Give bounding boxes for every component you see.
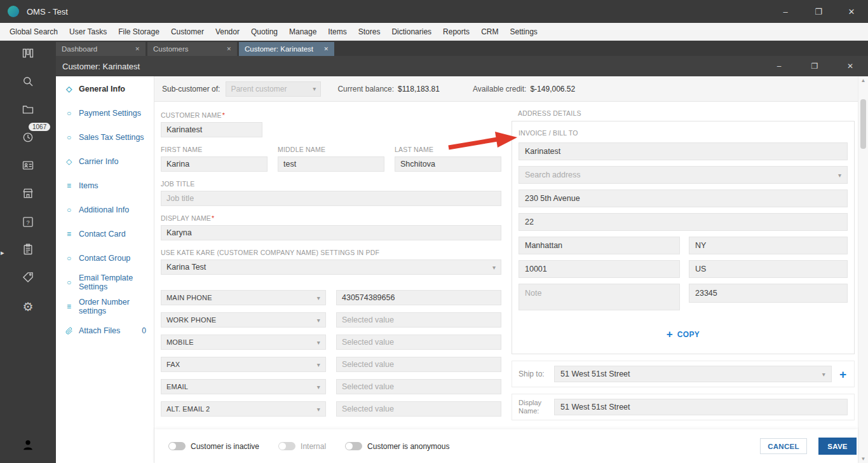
mobile-type-dropdown[interactable]: MOBILE ▾ [161,335,326,350]
scroll-down-icon[interactable]: ▼ [858,456,868,462]
alt-email-2-type-dropdown[interactable]: ALT. EMAIL 2 ▾ [161,401,326,417]
main-phone-type-dropdown[interactable]: MAIN PHONE ▾ [161,290,326,305]
extra-code-input[interactable]: 23345 [689,284,848,303]
apt-input[interactable]: 22 [519,213,848,231]
main-phone-input[interactable]: 430574389656 [336,290,501,305]
menu-reports[interactable]: Reports [437,27,475,36]
clock-icon [22,131,34,146]
section-nav: ◇ General Info ○ Payment Settings ○ Sale… [56,76,154,463]
zip-input[interactable]: 10001 [519,260,680,278]
nav-items[interactable]: ≡ Items [56,174,154,198]
middle-name-input[interactable]: test [278,156,384,172]
menu-file-storage[interactable]: File Storage [112,27,165,36]
vertical-scrollbar[interactable]: ▲ ▼ [858,76,868,463]
phone-row: MAIN PHONE ▾ 430574389656 [161,290,501,305]
state-input[interactable]: NY [689,237,848,254]
chevron-down-icon: ▾ [317,317,320,324]
street-input[interactable]: 230 5th Avenue [519,190,848,207]
nav-attach-files[interactable]: Attach Files 0 [56,319,154,343]
tab-close-icon[interactable]: ✕ [323,46,329,52]
work-phone-input[interactable]: Selected value [336,312,501,328]
first-name-input[interactable]: Karina [161,156,268,172]
sidebar-help-button[interactable]: ? [0,209,56,237]
menu-quoting[interactable]: Quoting [245,27,283,36]
display-name-input[interactable]: Karyna [161,225,501,240]
tab-close-icon[interactable]: ✕ [226,46,231,52]
diamond-icon: ◇ [65,85,73,93]
menu-dictionaries[interactable]: Dictionaries [386,27,437,36]
alt-email-2-input[interactable]: Selected value [336,401,501,417]
note-input[interactable]: Note [519,284,680,310]
ship-to-dropdown[interactable]: 51 West 51st Street ▾ [554,366,832,382]
search-address-dropdown[interactable]: Search address ▾ [519,166,848,184]
tab-customers[interactable]: Customers ✕ [147,42,237,56]
pdf-settings-dropdown[interactable]: Karina Test ▾ [161,259,501,275]
menu-manage[interactable]: Manage [283,27,322,36]
save-button[interactable]: SAVE [818,438,857,455]
menu-settings[interactable]: Settings [504,27,543,36]
scroll-up-icon[interactable]: ▲ [858,78,868,83]
nav-sales-tax-settings[interactable]: ○ Sales Tax Settings [56,125,154,149]
mobile-input[interactable]: Selected value [336,335,501,350]
menu-stores[interactable]: Stores [353,27,386,36]
phone-row: EMAIL ▾ Selected value [161,379,501,394]
sidebar-history-button[interactable]: 1067 [0,125,56,153]
dashboard-icon [22,47,34,62]
inner-restore-button[interactable]: ❐ [797,56,832,76]
fax-type-dropdown[interactable]: FAX ▾ [161,357,326,372]
menu-crm[interactable]: CRM [475,27,504,36]
customer-inactive-toggle[interactable] [168,442,186,450]
add-ship-to-button[interactable]: + [838,368,848,380]
nav-email-template-settings[interactable]: ○ Email Template Settings [56,270,154,294]
nav-carrier-info[interactable]: ◇ Carrier Info [56,149,154,174]
tab-customer-karinatest[interactable]: Customer: Karinatest ✕ [239,42,334,56]
email-input[interactable]: Selected value [336,379,501,394]
email-type-dropdown[interactable]: EMAIL ▾ [161,379,326,394]
sidebar-dashboard-button[interactable] [0,41,56,69]
nav-contact-group[interactable]: ○ Contact Group [56,246,154,270]
cancel-button[interactable]: CANCEL [760,438,807,454]
fax-input[interactable]: Selected value [336,357,501,372]
customer-name-input[interactable]: Karinatest [161,122,262,137]
menu-global-search[interactable]: Global Search [4,27,64,36]
inner-minimize-button[interactable]: – [761,56,797,76]
tab-close-icon[interactable]: ✕ [135,46,140,52]
ship-display-name-input[interactable]: 51 West 51st Street [554,399,848,415]
nav-general-info[interactable]: ◇ General Info [56,77,154,101]
chevron-down-icon: ▾ [838,172,841,179]
job-title-input[interactable]: Job title [161,191,501,206]
copy-button[interactable]: + COPY [519,316,848,347]
nav-order-number-settings[interactable]: ≡ Order Number settings [56,294,154,319]
inner-close-button[interactable]: ✕ [832,56,868,76]
customer-anonymous-toggle[interactable] [345,442,362,450]
menu-user-tasks[interactable]: User Tasks [64,27,112,36]
sidebar-expander-icon[interactable]: ▸ [1,249,4,257]
menu-items[interactable]: Items [322,27,352,36]
sidebar-folder-button[interactable] [0,97,56,125]
sidebar-stores-button[interactable] [0,181,56,209]
work-phone-type-dropdown[interactable]: WORK PHONE ▾ [161,312,326,328]
maximize-button[interactable]: ❐ [802,0,835,23]
close-button[interactable]: ✕ [835,0,868,23]
sidebar-search-button[interactable] [0,69,56,97]
parent-customer-dropdown[interactable]: Parent customer ▾ [226,81,321,97]
country-input[interactable]: US [689,260,848,278]
tab-dashboard[interactable]: Dashboard ✕ [56,42,146,56]
invoice-name-input[interactable]: Karinatest [519,142,848,160]
sidebar-contacts-button[interactable] [0,153,56,181]
sidebar-tags-button[interactable] [0,265,56,293]
nav-contact-card[interactable]: ≡ Contact Card [56,222,154,246]
minimize-button[interactable]: – [769,0,802,23]
sidebar-user-button[interactable] [0,429,56,463]
menu-customer[interactable]: Customer [165,27,210,36]
last-name-input[interactable]: Shchitova [395,156,501,172]
sidebar-settings-button[interactable]: ⚙ [0,293,56,321]
internal-toggle[interactable] [278,442,295,450]
footer-bar: Customer is inactive Internal Customer i… [154,429,858,463]
scrollbar-thumb[interactable] [860,99,866,149]
nav-payment-settings[interactable]: ○ Payment Settings [56,101,154,125]
city-input[interactable]: Manhattan [519,237,680,254]
nav-additional-info[interactable]: ○ Additional Info [56,198,154,222]
menu-vendor[interactable]: Vendor [210,27,245,36]
sidebar-tasks-button[interactable] [0,237,56,265]
